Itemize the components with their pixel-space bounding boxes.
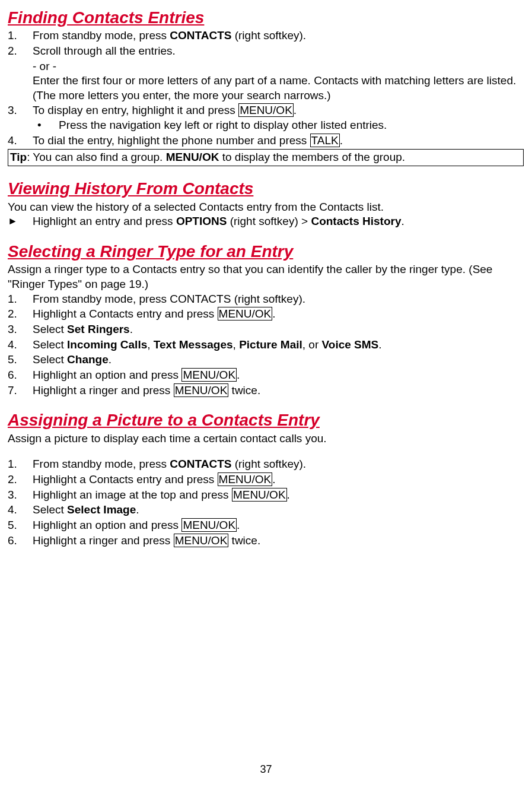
text: Highlight an image at the top and press <box>33 488 232 501</box>
action-text: Highlight an entry and press OPTIONS (ri… <box>33 214 404 229</box>
text: Select <box>33 338 67 351</box>
text: . <box>136 503 139 516</box>
step-text: Highlight an option and press MENU/OK. <box>33 368 524 383</box>
paragraph: Assign a ringer type to a Contacts entry… <box>8 262 524 291</box>
step-text: Select Select Image. <box>33 503 524 518</box>
step-text: Highlight a Contacts entry and press MEN… <box>33 307 524 322</box>
step-text: Highlight an image at the top and press … <box>33 488 524 503</box>
text: Highlight an option and press <box>33 519 181 531</box>
text: Highlight a Contacts entry and press <box>33 473 218 486</box>
step-number: 1. <box>8 28 33 43</box>
step-text: Highlight a ringer and press MENU/OK twi… <box>33 383 524 398</box>
picture-steps-list: 1. From standby mode, press CONTACTS (ri… <box>8 457 524 548</box>
text: Select <box>33 503 67 516</box>
option-label: Voice SMS <box>322 338 379 351</box>
step-number: 4. <box>8 338 33 353</box>
action-item: ► Highlight an entry and press OPTIONS (… <box>8 214 524 229</box>
step-text: Select Set Ringers. <box>33 322 524 337</box>
heading-assign-picture: Assigning a Picture to a Contacts Entry <box>8 411 524 430</box>
text: . <box>237 519 240 531</box>
menu-item-label: Contacts History <box>311 215 401 227</box>
text: Highlight a Contacts entry and press <box>33 307 218 320</box>
step-text: Select Change. <box>33 353 524 367</box>
tip-callout: Tip: You can also find a group. MENU/OK … <box>8 149 524 167</box>
list-item: 2. Scroll through all the entries. <box>8 44 524 59</box>
bullet-icon: • <box>33 118 59 133</box>
text: . <box>340 134 343 147</box>
softkey-label: OPTIONS <box>176 215 227 227</box>
softkey-label: CONTACTS <box>170 29 231 42</box>
text: From standby mode, press <box>33 29 170 42</box>
bullet-text: Press the navigation key left or right t… <box>59 118 387 133</box>
text: . <box>294 104 297 116</box>
step-text: Select Incoming Calls, Text Messages, Pi… <box>33 338 524 353</box>
paragraph: Assign a picture to display each time a … <box>8 432 524 446</box>
menu-item-label: Select Image <box>67 503 136 516</box>
list-item: 1. From standby mode, press CONTACTS (ri… <box>8 292 524 307</box>
step-number: 1. <box>8 292 33 307</box>
key-menu-ok: MENU/OK <box>238 103 294 117</box>
list-item: 1. From standby mode, press CONTACTS (ri… <box>8 457 524 472</box>
list-item: 4. Select Select Image. <box>8 503 524 518</box>
key-menu-ok: MENU/OK <box>181 368 237 382</box>
list-item: 6. Highlight a ringer and press MENU/OK … <box>8 534 524 548</box>
text: . <box>109 353 112 366</box>
option-label: Picture Mail <box>239 338 302 351</box>
list-item: 5. Highlight an option and press MENU/OK… <box>8 518 524 533</box>
text: to display the members of the group. <box>219 151 405 163</box>
step-number: 5. <box>8 353 33 367</box>
step-number: 4. <box>8 134 33 148</box>
text: Highlight an entry and press <box>33 215 176 227</box>
step-text: Highlight an option and press MENU/OK. <box>33 518 524 533</box>
step-number: 2. <box>8 472 33 487</box>
ringer-steps-list: 1. From standby mode, press CONTACTS (ri… <box>8 292 524 398</box>
menu-item-label: Set Ringers <box>67 323 130 335</box>
text: Select <box>33 353 67 366</box>
step-number: 1. <box>8 457 33 472</box>
key-menu-ok: MENU/OK <box>218 472 273 486</box>
key-menu-ok-text: MENU/OK <box>166 151 219 163</box>
text: (right softkey). <box>231 29 306 42</box>
text: From standby mode, press <box>33 458 170 470</box>
step-number: 2. <box>8 44 33 59</box>
option-label: Incoming Calls <box>67 338 147 351</box>
list-item: 3. Highlight an image at the top and pre… <box>8 488 524 503</box>
key-talk: TALK <box>310 134 340 147</box>
key-menu-ok: MENU/OK <box>181 518 237 532</box>
step-number: 3. <box>8 322 33 337</box>
step-number: 6. <box>8 534 33 548</box>
step-text: Highlight a Contacts entry and press MEN… <box>33 472 524 487</box>
list-item: 1. From standby mode, press CONTACTS (ri… <box>8 28 524 43</box>
step-alt-text: Enter the first four or more letters of … <box>8 74 524 103</box>
text: . <box>237 369 240 381</box>
softkey-label: CONTACTS <box>170 458 231 470</box>
tip-label: Tip <box>10 151 27 163</box>
key-menu-ok: MENU/OK <box>232 488 287 502</box>
text: : You can also find a group. <box>27 151 166 163</box>
step-number: 3. <box>8 103 33 118</box>
option-label: Text Messages <box>154 338 233 351</box>
text: , or <box>302 338 322 351</box>
list-item: 6. Highlight an option and press MENU/OK… <box>8 368 524 383</box>
text: , <box>233 338 240 351</box>
heading-viewing-history: Viewing History From Contacts <box>8 179 524 198</box>
step-text: Highlight a ringer and press MENU/OK twi… <box>33 534 524 548</box>
sub-bullet: • Press the navigation key left or right… <box>8 118 524 133</box>
text: (right softkey). <box>231 458 306 470</box>
step-text: From standby mode, press CONTACTS (right… <box>33 28 524 43</box>
text: To display en entry, highlight it and pr… <box>33 104 238 116</box>
text: Select <box>33 323 67 335</box>
text: (right softkey) > <box>227 215 311 227</box>
text: Highlight a ringer and press <box>33 384 174 396</box>
step-number: 5. <box>8 518 33 533</box>
list-item: 2. Highlight a Contacts entry and press … <box>8 307 524 322</box>
text: Highlight an option and press <box>33 369 181 381</box>
text: . <box>287 488 290 501</box>
text: . <box>272 307 275 320</box>
step-number: 2. <box>8 307 33 322</box>
list-item: 7. Highlight a ringer and press MENU/OK … <box>8 383 524 398</box>
list-item: 4. Select Incoming Calls, Text Messages,… <box>8 338 524 353</box>
text: . <box>130 323 133 335</box>
step-number: 7. <box>8 383 33 398</box>
step-number: 3. <box>8 488 33 503</box>
